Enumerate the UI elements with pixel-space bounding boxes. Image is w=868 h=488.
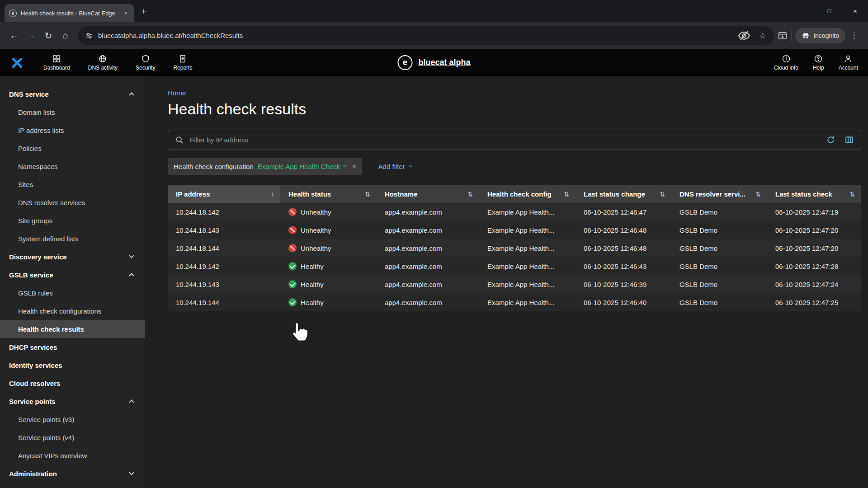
nav-reports[interactable]: Reports [173,54,192,71]
sort-ascending-icon [271,191,274,198]
brand[interactable]: e bluecat alpha [397,55,470,70]
sort-icon [660,191,665,198]
window-close-button[interactable] [842,0,868,22]
remove-filter-icon[interactable] [352,163,356,170]
sidebar-item-gslb-service[interactable]: GSLB service [0,266,145,284]
cell-ip: 10.244.18.144 [168,239,280,257]
sidebar-item-dhcp-services[interactable]: DHCP services [0,338,145,356]
column-header-last-status-check[interactable]: Last status check [767,185,861,203]
window-controls [791,0,868,22]
sidebar-item-sites[interactable]: Sites [0,175,145,193]
sidebar-label: Identity services [9,361,62,369]
sidebar-item-health-check-results[interactable]: Health check results [0,320,145,338]
nav-cloud-info[interactable]: Cloud info [774,54,798,71]
sidebar-item-system-defined-lists[interactable]: System defined lists [0,230,145,248]
minimize-button[interactable] [791,0,816,22]
nav-security[interactable]: Security [136,54,155,71]
bluecat-logo-icon: e [397,55,412,70]
nav-dashboard[interactable]: Dashboard [43,54,70,71]
chevron-up-icon [129,92,134,97]
sidebar-item-discovery-service[interactable]: Discovery service [0,248,145,266]
column-header-health-status[interactable]: Health status [280,185,377,203]
sidebar-item-service-points-v4[interactable]: Service points (v4) [0,428,145,446]
health-status-icon [288,226,297,234]
sidebar-item-anycast-vips-overview[interactable]: Anycast VIPs overview [0,446,145,465]
nav-account[interactable]: Account [839,54,858,71]
table-row[interactable]: 10.244.19.143 Healthy app4.example.com E… [168,275,861,293]
forward-button[interactable] [23,27,40,44]
menu-close-x-icon[interactable] [10,56,24,70]
cell-health-status: Unhealthy [280,203,377,221]
new-tab-button[interactable] [137,5,151,18]
health-status-text: Unhealthy [301,226,331,234]
sidebar-item-namespaces[interactable]: Namespaces [0,157,145,175]
sidebar-label: Cloud resolvers [9,380,60,387]
cell-last-change: 06-10-2025 12:46:43 [576,257,671,275]
bookmark-star-icon[interactable] [756,29,769,42]
shield-icon [141,54,150,63]
sidebar-label: Sites [18,181,33,188]
sidebar-item-health-check-configurations[interactable]: Health check configurations [0,302,145,320]
table-row[interactable]: 10.244.19.142 Healthy app4.example.com E… [168,257,861,275]
reload-button[interactable] [40,27,57,44]
site-settings-icon[interactable] [85,32,93,40]
sidebar-item-domain-lists[interactable]: Domain lists [0,103,145,121]
open-in-window-icon[interactable] [778,31,788,41]
sidebar-item-dns-service[interactable]: DNS service [0,85,145,103]
cell-hostname: app4.example.com [377,239,479,257]
health-check-config-filter-chip[interactable]: Health check configuration Example App H… [168,158,362,175]
cell-config: Example App Health... [479,221,576,239]
cell-hostname: app4.example.com [377,221,479,239]
browser-window: e Health check results - BlueCat Edge bl… [0,0,868,488]
browser-menu-icon[interactable] [845,27,863,44]
add-filter-button[interactable]: Add filter [378,163,412,170]
sidebar-item-administration[interactable]: Administration [0,465,145,483]
breadcrumb-home-link[interactable]: Home [168,89,186,97]
table-row[interactable]: 10.244.18.144 Unhealthy app4.example.com… [168,239,861,257]
cell-resolver: GSLB Demo [671,221,767,239]
sidebar-item-ip-address-lists[interactable]: IP address lists [0,121,145,139]
column-header-dns-resolver-service[interactable]: DNS resolver servi... [671,185,767,203]
brand-name[interactable]: bluecat alpha [418,58,470,67]
dashboard-icon [52,54,61,63]
column-header-ip-address[interactable]: IP address [168,185,280,203]
table-row[interactable]: 10.244.19.144 Healthy app4.example.com E… [168,293,861,311]
address-bar[interactable]: bluecatalpha.alpha.bluec.at/healthCheckR… [78,26,774,45]
browser-tab[interactable]: e Health check results - BlueCat Edge [5,4,134,22]
column-header-last-status-change[interactable]: Last status change [576,185,671,203]
sidebar-label: Site groups [18,217,52,225]
table-row[interactable]: 10.244.18.143 Unhealthy app4.example.com… [168,221,861,239]
sidebar-item-service-points[interactable]: Service points [0,392,145,410]
cell-hostname: app4.example.com [377,293,479,311]
sidebar-item-identity-services[interactable]: Identity services [0,356,145,374]
browser-toolbar: bluecatalpha.alpha.bluec.at/healthCheckR… [0,22,868,49]
refresh-icon[interactable] [826,135,835,145]
column-header-health-check-config[interactable]: Health check config [479,185,576,203]
sidebar-item-service-points-v3[interactable]: Service points (v3) [0,410,145,428]
maximize-button[interactable] [816,0,842,22]
password-eye-off-icon[interactable] [737,29,751,42]
nav-dns-activity-label: DNS activity [88,65,118,71]
nav-dns-activity[interactable]: DNS activity [88,54,118,71]
sidebar-item-dns-resolver-services[interactable]: DNS resolver services [0,193,145,211]
tab-close-icon[interactable] [122,9,130,17]
column-header-hostname[interactable]: Hostname [377,185,479,203]
url-text[interactable]: bluecatalpha.alpha.bluec.at/healthCheckR… [98,32,732,39]
nav-help[interactable]: Help [813,54,824,71]
home-button[interactable] [57,27,74,44]
filter-ip-input[interactable] [190,136,820,144]
column-label: IP address [176,190,210,198]
sidebar-item-gslb-rules[interactable]: GSLB rules [0,284,145,302]
table-row[interactable]: 10.244.18.142 Unhealthy app4.example.com… [168,203,861,221]
column-settings-icon[interactable] [844,135,854,145]
sidebar-item-policies[interactable]: Policies [0,139,145,157]
back-button[interactable] [5,27,23,44]
sidebar-label: Policies [18,145,42,152]
chip-value-dropdown[interactable]: Example App Health Check [258,163,346,170]
sidebar-item-cloud-resolvers[interactable]: Cloud resolvers [0,374,145,392]
cell-health-status: Healthy [280,257,377,275]
table-actions [826,135,854,145]
sidebar-item-site-groups[interactable]: Site groups [0,211,145,230]
sidebar-label: Health check results [18,325,84,333]
cell-resolver: GSLB Demo [671,257,767,275]
